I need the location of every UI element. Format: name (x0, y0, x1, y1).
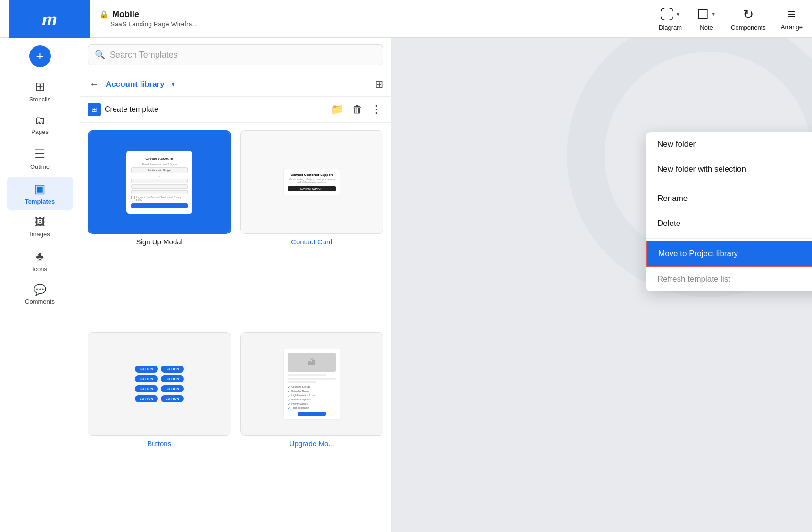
outline-label: Outline (30, 163, 50, 170)
note-chevron: ▼ (711, 11, 716, 17)
icons-label: Icons (33, 266, 47, 273)
stencils-label: Stencils (29, 96, 51, 103)
template-item-contact[interactable]: Contact Customer Support We are waiting … (240, 130, 384, 323)
panel: 🔍 Search Templates ← Account library ▼ ⊞… (80, 38, 391, 532)
template-thumb-signup: Create Account Already have an account? … (88, 130, 231, 234)
add-button[interactable]: + (29, 45, 51, 67)
template-label-contact: Contact Card (291, 238, 332, 246)
panel-toolbar: ← Account library ▼ ⊞ (80, 72, 391, 97)
templates-label: Templates (25, 198, 55, 205)
pages-label: Pages (31, 128, 49, 135)
pages-icon: 🗂 (35, 114, 45, 126)
title-area: 🔒 Mobile SaaS Landing Page Wirefra... (90, 9, 207, 28)
images-label: Images (30, 231, 50, 238)
note-action[interactable]: ☐ ▼ Note (697, 7, 716, 31)
lock-icon: 🔒 (99, 10, 108, 19)
diagram-action[interactable]: ⛶ ▼ Diagram (659, 7, 682, 31)
search-icon: 🔍 (95, 50, 105, 60)
arrange-label: Arrange (781, 24, 803, 31)
add-icon: + (36, 50, 43, 63)
sidebar-item-pages[interactable]: 🗂 Pages (7, 109, 73, 140)
menu-item-rename[interactable]: Rename (646, 186, 812, 211)
sidebar-item-stencils[interactable]: ⊞ Stencils (7, 75, 73, 108)
canvas-area: New folder New folder with selection Ren… (391, 38, 812, 532)
template-label-buttons: Buttons (147, 440, 171, 448)
search-input-label[interactable]: Search Templates (110, 50, 178, 60)
template-label-signup: Sign Up Modal (136, 238, 182, 246)
delete-button[interactable]: 🗑 (350, 101, 365, 117)
components-action[interactable]: ↻ Components (731, 7, 766, 31)
top-bar: m 🔒 Mobile SaaS Landing Page Wirefra... … (0, 0, 812, 38)
logo-letter: m (42, 8, 58, 30)
menu-item-new-folder[interactable]: New folder (646, 132, 812, 157)
template-item-upgrade[interactable]: 🏔 ✓ Unlimited Storage ✓ Extended Range ✓… (240, 332, 384, 524)
menu-divider-2 (646, 238, 812, 239)
icons-icon: ♣ (36, 249, 44, 264)
search-area: 🔍 Search Templates (80, 38, 391, 72)
arrange-icon: ≡ (788, 7, 795, 22)
images-icon: 🖼 (35, 216, 45, 229)
search-box[interactable]: 🔍 Search Templates (88, 44, 383, 65)
diagram-label: Diagram (659, 24, 682, 31)
arrange-action[interactable]: ≡ Arrange (781, 7, 803, 31)
main-layout: + ⊞ Stencils 🗂 Pages ☰ Outline ▣ Templat… (0, 38, 812, 532)
menu-divider-1 (646, 184, 812, 184)
sidebar-item-outline[interactable]: ☰ Outline (7, 142, 73, 175)
templates-icon: ▣ (34, 182, 46, 196)
components-label: Components (731, 24, 766, 31)
outline-icon: ☰ (34, 147, 45, 161)
create-plus-icon: ⊞ (91, 106, 97, 113)
logo-area: m (9, 0, 90, 38)
template-grid: Create Account Already have an account? … (80, 123, 391, 532)
note-label: Note (700, 24, 713, 31)
create-icon: ⊞ (88, 103, 101, 116)
menu-item-delete[interactable]: Delete (646, 211, 812, 236)
comments-label: Comments (25, 298, 55, 305)
stencils-icon: ⊞ (35, 79, 45, 94)
back-button[interactable]: ← (88, 77, 101, 91)
template-label-upgrade: Upgrade Mo... (290, 440, 334, 448)
create-template-button[interactable]: ⊞ Create template (88, 103, 158, 116)
grid-view-button[interactable]: ⊞ (375, 78, 383, 91)
template-thumb-buttons: BUTTON BUTTON BUTTON BUTTON BUTTON BUTTO… (88, 332, 231, 436)
sidebar-item-comments[interactable]: 💬 Comments (7, 279, 73, 310)
sidebar-item-images[interactable]: 🖼 Images (7, 212, 73, 242)
menu-item-new-folder-selection[interactable]: New folder with selection (646, 157, 812, 182)
template-thumb-upgrade: 🏔 ✓ Unlimited Storage ✓ Extended Range ✓… (240, 332, 384, 436)
create-template-label: Create template (105, 105, 158, 114)
note-icon: ☐ (697, 7, 709, 22)
file-name: Mobile (112, 9, 139, 19)
diagram-icon: ⛶ (660, 7, 673, 22)
more-options-button[interactable]: ⋮ (369, 101, 383, 117)
file-subtitle: SaaS Landing Page Wirefra... (99, 20, 198, 28)
template-item-buttons[interactable]: BUTTON BUTTON BUTTON BUTTON BUTTON BUTTO… (88, 332, 231, 524)
library-link[interactable]: Account library (106, 80, 165, 89)
template-thumb-contact: Contact Customer Support We are waiting … (240, 130, 384, 234)
new-folder-button[interactable]: 📁 (329, 101, 346, 117)
context-menu: New folder New folder with selection Ren… (646, 132, 812, 291)
icon-sidebar: + ⊞ Stencils 🗂 Pages ☰ Outline ▣ Templat… (0, 38, 80, 532)
components-icon: ↻ (743, 7, 754, 22)
library-dropdown-arrow[interactable]: ▼ (170, 81, 176, 88)
sidebar-item-icons[interactable]: ♣ Icons (7, 244, 73, 277)
comments-icon: 💬 (33, 284, 46, 296)
diagram-chevron: ▼ (675, 11, 680, 17)
top-bar-actions: ⛶ ▼ Diagram ☐ ▼ Note ↻ Components ≡ Arra… (659, 7, 803, 31)
menu-item-refresh[interactable]: Refresh template list (646, 267, 812, 291)
panel-actions: ⊞ Create template 📁 🗑 ⋮ (80, 97, 391, 123)
menu-item-move-to-project[interactable]: Move to Project library (646, 241, 812, 267)
template-item-signup[interactable]: Create Account Already have an account? … (88, 130, 231, 323)
sidebar-item-templates[interactable]: ▣ Templates (7, 177, 73, 210)
